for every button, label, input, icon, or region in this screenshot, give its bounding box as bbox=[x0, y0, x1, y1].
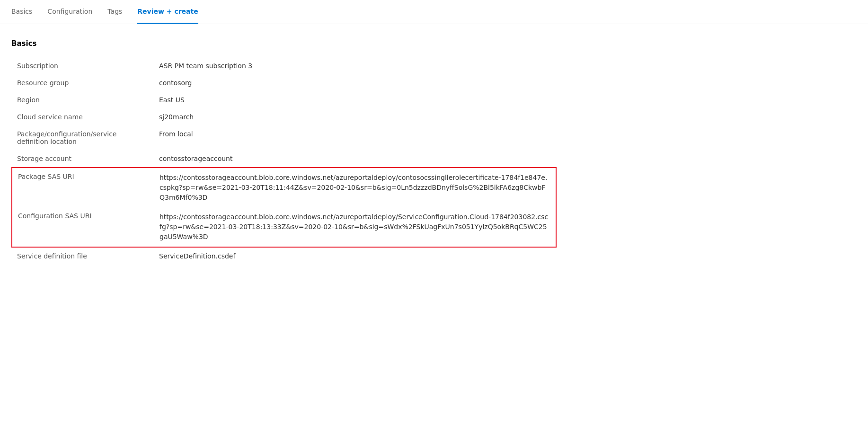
highlighted-rows-table: Package SAS URI https://contosstorageacc… bbox=[11, 167, 557, 248]
row-label: Package SAS URI bbox=[12, 168, 154, 207]
review-table-bottom: Service definition file ServiceDefinitio… bbox=[11, 248, 557, 265]
review-table: Subscription ASR PM team subscription 3 … bbox=[11, 57, 557, 167]
main-content: Basics Subscription ASR PM team subscrip… bbox=[0, 24, 568, 280]
table-row: Cloud service name sj20march bbox=[11, 108, 557, 125]
table-row-package-sas: Package SAS URI https://contosstorageacc… bbox=[12, 168, 556, 207]
table-row: Storage account contosstorageaccount bbox=[11, 150, 557, 167]
row-value: East US bbox=[153, 91, 557, 108]
row-value: sj20march bbox=[153, 108, 557, 125]
row-value: https://contosstorageaccount.blob.core.w… bbox=[154, 207, 556, 247]
table-row-config-sas: Configuration SAS URI https://contosstor… bbox=[12, 207, 556, 247]
row-label: Configuration SAS URI bbox=[12, 207, 154, 247]
table-row: Subscription ASR PM team subscription 3 bbox=[11, 57, 557, 74]
row-label: Resource group bbox=[11, 74, 153, 91]
row-value: ServiceDefinition.csdef bbox=[153, 248, 557, 265]
row-label: Service definition file bbox=[11, 248, 153, 265]
row-value: ASR PM team subscription 3 bbox=[153, 57, 557, 74]
section-title: Basics bbox=[11, 39, 557, 48]
table-row: Service definition file ServiceDefinitio… bbox=[11, 248, 557, 265]
tab-configuration[interactable]: Configuration bbox=[47, 0, 92, 24]
row-label: Subscription bbox=[11, 57, 153, 74]
table-row: Region East US bbox=[11, 91, 557, 108]
tab-bar: Basics Configuration Tags Review + creat… bbox=[0, 0, 868, 24]
table-row: Resource group contosorg bbox=[11, 74, 557, 91]
row-value: contosstorageaccount bbox=[153, 150, 557, 167]
table-row: Package/configuration/service definition… bbox=[11, 125, 557, 150]
row-value: contosorg bbox=[153, 74, 557, 91]
row-label: Storage account bbox=[11, 150, 153, 167]
row-value: From local bbox=[153, 125, 557, 150]
tab-tags[interactable]: Tags bbox=[107, 0, 122, 24]
row-label: Package/configuration/service definition… bbox=[11, 125, 153, 150]
row-label: Cloud service name bbox=[11, 108, 153, 125]
row-value: https://contosstorageaccount.blob.core.w… bbox=[154, 168, 556, 207]
tab-basics[interactable]: Basics bbox=[11, 0, 32, 24]
tab-review-create[interactable]: Review + create bbox=[137, 0, 198, 24]
tabs-container: Basics Configuration Tags Review + creat… bbox=[0, 0, 868, 24]
row-label: Region bbox=[11, 91, 153, 108]
